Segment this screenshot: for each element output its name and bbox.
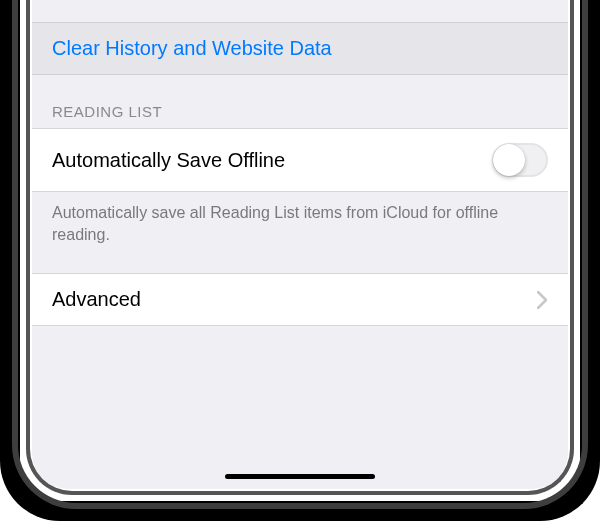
auto-save-offline-toggle[interactable] [492, 143, 548, 177]
settings-screen: Clear History and Website Data Reading L… [32, 0, 568, 489]
chevron-right-icon [536, 290, 548, 310]
advanced-row[interactable]: Advanced [32, 273, 568, 326]
clear-history-row[interactable]: Clear History and Website Data [32, 22, 568, 75]
clear-history-label: Clear History and Website Data [52, 37, 332, 60]
auto-save-offline-row: Automatically Save Offline [32, 128, 568, 192]
advanced-label: Advanced [52, 288, 141, 311]
auto-save-offline-label: Automatically Save Offline [52, 149, 285, 172]
bottom-spacer [32, 326, 568, 416]
reading-list-footer: Automatically save all Reading List item… [32, 192, 568, 273]
home-indicator[interactable] [225, 474, 375, 479]
reading-list-header: Reading List [32, 75, 568, 128]
toggle-knob [493, 144, 525, 176]
